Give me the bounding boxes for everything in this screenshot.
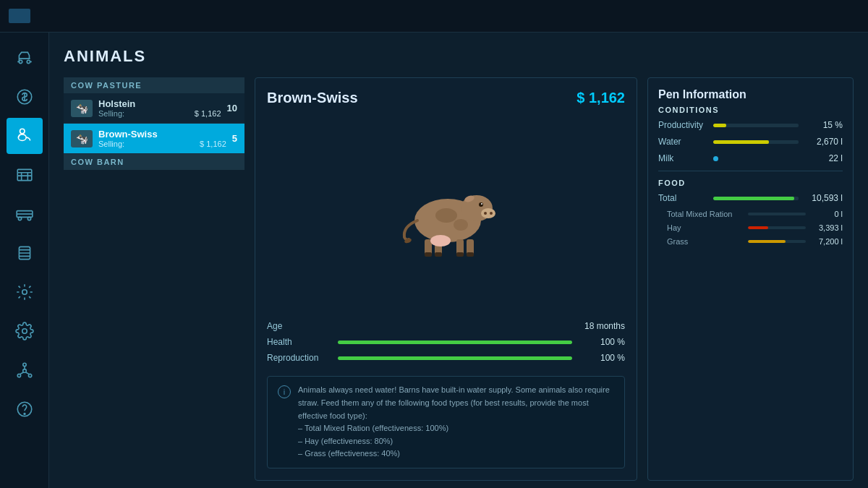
pen-label-productivity: Productivity <box>658 120 709 130</box>
sidebar-item-fields[interactable] <box>7 157 43 193</box>
info-line-1: Animals always need water! Barns have bu… <box>298 385 610 419</box>
sidebar-item-settings[interactable] <box>7 313 43 349</box>
svg-point-10 <box>17 374 20 377</box>
brown-swiss-name: Brown-Swiss <box>98 129 226 140</box>
content-area: COW PASTURE 🐄 Holstein Selling: $ 1,162 … <box>64 77 854 481</box>
pen-bar-food-total-container <box>713 197 799 200</box>
brown-swiss-count: 5 <box>232 133 237 144</box>
stat-label-health: Health <box>267 337 332 347</box>
holstein-count: 10 <box>227 103 237 114</box>
food-section-title: FOOD <box>658 179 843 187</box>
svg-point-9 <box>22 363 25 366</box>
food-value-grass: 7,200 l <box>810 237 843 246</box>
animal-list-panel: COW PASTURE 🐄 Holstein Selling: $ 1,162 … <box>64 77 244 481</box>
holstein-selling-label: Selling: <box>98 109 124 118</box>
food-bar-hay <box>748 226 768 229</box>
svg-point-2 <box>20 129 25 134</box>
sidebar-item-animals[interactable] <box>7 118 43 154</box>
pen-label-food-total: Total <box>658 193 709 203</box>
food-label-tmr: Total Mixed Ration <box>667 210 744 218</box>
svg-rect-30 <box>467 252 474 257</box>
stat-bar-health-container <box>338 341 572 344</box>
holstein-selling-value: $ 1,162 <box>195 109 221 118</box>
page-title: ANIMALS <box>64 47 854 66</box>
svg-point-19 <box>490 212 493 215</box>
svg-point-20 <box>479 202 483 207</box>
info-line-4: – Hay (effectiveness: 80%) <box>298 437 393 445</box>
svg-rect-27 <box>425 252 432 257</box>
stat-value-reproduction: 100 % <box>578 353 625 363</box>
sidebar-item-production[interactable] <box>7 196 43 232</box>
pen-bar-productivity <box>713 124 726 127</box>
svg-rect-28 <box>435 252 442 257</box>
sidebar-item-multiplayer[interactable] <box>7 352 43 388</box>
pen-stat-productivity: Productivity 15 % <box>658 120 843 130</box>
stat-bar-reproduction-container <box>338 356 572 360</box>
animal-image-area <box>267 115 625 315</box>
brown-swiss-selling-label: Selling: <box>98 140 124 148</box>
stat-row-reproduction: Reproduction 100 % <box>267 353 625 363</box>
main-content: ANIMALS COW PASTURE 🐄 Holstein Selling: … <box>49 33 868 488</box>
food-value-hay: 3,393 l <box>810 223 843 232</box>
food-value-tmr: 0 l <box>810 210 843 218</box>
pen-value-milk: 22 l <box>803 153 843 163</box>
detail-header: Brown-Swiss $ 1,162 <box>267 90 625 106</box>
svg-point-33 <box>435 208 457 223</box>
svg-point-14 <box>24 414 25 415</box>
sidebar-item-help[interactable] <box>7 391 43 427</box>
svg-point-31 <box>430 235 451 247</box>
info-box: i Animals always need water! Barns have … <box>267 376 625 468</box>
svg-point-17 <box>481 208 495 218</box>
info-line-3: – Total Mixed Ration (effectiveness: 100… <box>298 424 448 432</box>
holstein-icon: 🐄 <box>71 100 93 117</box>
pen-bar-water-container <box>713 140 799 144</box>
food-label-hay: Hay <box>667 223 744 232</box>
sidebar-item-finance[interactable] <box>7 79 43 115</box>
info-text: Animals always need water! Barns have bu… <box>298 384 614 461</box>
pen-stat-milk: Milk 22 l <box>658 153 843 163</box>
holstein-name: Holstein <box>98 98 221 109</box>
svg-point-5 <box>18 217 21 220</box>
detail-price: $ 1,162 <box>576 90 625 106</box>
pen-title: Pen Information <box>658 88 843 101</box>
stats-area: Age 18 months Health 100 % Reproduction <box>267 321 625 369</box>
pen-label-water: Water <box>658 137 709 147</box>
animal-item-brown-swiss[interactable]: 🐄 Brown-Swiss Selling: $ 1,162 5 <box>64 124 244 154</box>
svg-point-11 <box>28 374 31 377</box>
pen-value-food-total: 10,593 l <box>803 193 843 203</box>
stat-label-reproduction: Reproduction <box>267 353 332 363</box>
pen-bar-water <box>713 140 769 144</box>
brown-swiss-selling-value: $ 1,162 <box>200 140 226 148</box>
sidebar-item-storage[interactable] <box>7 235 43 271</box>
main-layout: ANIMALS COW PASTURE 🐄 Holstein Selling: … <box>0 33 868 488</box>
svg-point-34 <box>454 219 468 231</box>
info-line-5: – Grass (effectiveness: 40%) <box>298 449 400 458</box>
brown-swiss-icon: 🐄 <box>71 130 93 147</box>
stat-row-age: Age 18 months <box>267 321 625 331</box>
info-icon: i <box>278 385 291 398</box>
animal-item-holstein[interactable]: 🐄 Holstein Selling: $ 1,162 10 <box>64 93 244 124</box>
food-label-grass: Grass <box>667 237 744 246</box>
pen-bar-food-total <box>713 197 794 200</box>
top-bar-logo <box>9 9 30 23</box>
svg-rect-29 <box>456 252 464 257</box>
brown-swiss-sub: Selling: $ 1,162 <box>98 140 226 148</box>
milk-bar-area <box>713 156 799 161</box>
stat-label-age: Age <box>267 321 332 331</box>
svg-rect-3 <box>17 169 32 180</box>
milk-dot <box>713 156 718 161</box>
detail-title: Brown-Swiss <box>267 90 358 106</box>
pen-divider <box>658 171 843 171</box>
sidebar-item-farm-settings[interactable] <box>7 274 43 310</box>
stat-value-health: 100 % <box>578 337 625 347</box>
svg-point-21 <box>481 203 482 205</box>
pen-stat-water: Water 2,670 l <box>658 137 843 147</box>
food-item-hay: Hay 3,393 l <box>658 223 843 232</box>
stat-bar-reproduction <box>338 356 572 360</box>
holstein-info: Holstein Selling: $ 1,162 <box>98 98 221 118</box>
food-item-grass: Grass 7,200 l <box>658 237 843 246</box>
stat-row-health: Health 100 % <box>267 337 625 347</box>
stat-bar-health <box>338 341 572 344</box>
pen-bar-productivity-container <box>713 124 799 127</box>
sidebar-item-vehicles[interactable] <box>7 40 43 76</box>
